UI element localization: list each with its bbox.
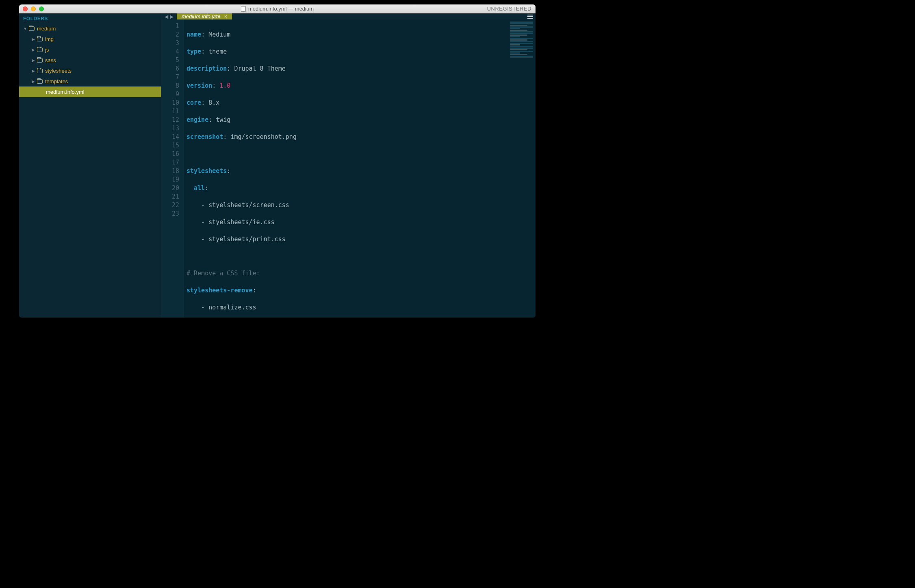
- yaml-value: theme: [208, 48, 227, 55]
- yaml-list-item: - styelsheets/screen.css: [186, 201, 289, 209]
- tree-folder-js[interactable]: ▶ js: [19, 44, 161, 55]
- tree-folder-stylesheets[interactable]: ▶ stylesheets: [19, 65, 161, 76]
- titlebar: medium.info.yml — medium UNREGISTERED: [19, 4, 536, 13]
- nav-back-icon[interactable]: ◀: [165, 14, 168, 19]
- document-icon: [241, 6, 246, 12]
- zoom-window-button[interactable]: [39, 6, 44, 11]
- tree-file-medium-info[interactable]: medium.info.yml: [19, 86, 161, 97]
- nav-forward-icon[interactable]: ▶: [170, 14, 173, 19]
- line-number: 21: [161, 192, 179, 201]
- yaml-value: 8.x: [208, 99, 219, 106]
- line-number: 5: [161, 56, 179, 65]
- line-number: 1: [161, 22, 179, 30]
- yaml-value: Drupal 8 Theme: [234, 65, 285, 72]
- folder-icon: [37, 69, 43, 73]
- line-number: 6: [161, 65, 179, 73]
- folder-label: templates: [45, 78, 68, 84]
- menu-button[interactable]: [525, 13, 536, 19]
- yaml-list-item: - normalize.css: [186, 304, 256, 311]
- chevron-down-icon: ▼: [23, 26, 27, 31]
- minimap[interactable]: [510, 21, 534, 58]
- folder-label: sass: [45, 57, 56, 63]
- tab-label: medium.info.yml: [182, 13, 220, 19]
- yaml-key: name: [186, 31, 201, 38]
- unregistered-label: UNREGISTERED: [487, 6, 531, 12]
- yaml-key: engine: [186, 116, 208, 123]
- editor[interactable]: 1 2 3 4 5 6 7 8 9 10 11 12 13 14 15 16 1: [161, 19, 536, 318]
- editor-area: ◀ ▶ medium.info.yml × 1 2 3 4 5: [161, 13, 536, 318]
- tab-medium-info[interactable]: medium.info.yml ×: [177, 13, 232, 19]
- line-number: 10: [161, 99, 179, 107]
- tab-bar: ◀ ▶ medium.info.yml ×: [161, 13, 536, 19]
- tree-folder-img[interactable]: ▶ img: [19, 34, 161, 44]
- folder-icon: [37, 37, 43, 41]
- folder-label: stylesheets: [45, 68, 72, 74]
- line-number: 8: [161, 82, 179, 90]
- hamburger-icon: [527, 15, 533, 19]
- yaml-comment: # Remove a CSS file:: [186, 270, 260, 277]
- line-number: 7: [161, 73, 179, 82]
- yaml-key: stylesheets-remove: [186, 287, 253, 294]
- line-number: 2: [161, 30, 179, 39]
- folder-tree: ▼ medium ▶ img ▶ js ▶ sass: [19, 23, 161, 97]
- folder-icon: [37, 58, 43, 63]
- line-number: 22: [161, 201, 179, 210]
- window-title: medium.info.yml — medium: [19, 6, 536, 12]
- yaml-value: 1.0: [219, 82, 230, 89]
- yaml-value: twig: [216, 116, 230, 123]
- line-number: 13: [161, 124, 179, 133]
- file-label: medium.info.yml: [46, 89, 85, 95]
- yaml-value: img/screenshot.png: [230, 133, 297, 141]
- minimize-window-button[interactable]: [31, 6, 36, 11]
- yaml-key: version: [186, 82, 212, 89]
- yaml-list-item: - styelsheets/print.css: [186, 236, 286, 243]
- line-number: 17: [161, 158, 179, 167]
- line-number: 4: [161, 48, 179, 56]
- chevron-right-icon: ▶: [31, 69, 35, 73]
- line-number: 9: [161, 90, 179, 99]
- window-title-text: medium.info.yml — medium: [248, 6, 314, 12]
- line-number: 20: [161, 184, 179, 192]
- yaml-key: all: [194, 184, 205, 192]
- folder-label: img: [45, 36, 54, 42]
- line-number: 18: [161, 167, 179, 175]
- yaml-key: stylesheets: [186, 167, 227, 175]
- line-number: 3: [161, 39, 179, 48]
- folders-header: FOLDERS: [19, 13, 161, 23]
- traffic-lights: [23, 6, 44, 11]
- line-number: 12: [161, 116, 179, 124]
- yaml-key: type: [186, 48, 201, 55]
- line-number: 11: [161, 107, 179, 116]
- chevron-right-icon: ▶: [31, 79, 35, 84]
- line-number: 16: [161, 150, 179, 158]
- line-number: 15: [161, 141, 179, 150]
- yaml-key: core: [186, 99, 201, 106]
- yaml-value: Medium: [208, 31, 230, 38]
- tree-folder-sass[interactable]: ▶ sass: [19, 55, 161, 65]
- code-content[interactable]: name: Medium type: theme description: Dr…: [184, 19, 536, 318]
- folder-icon: [37, 79, 43, 84]
- close-window-button[interactable]: [23, 6, 28, 11]
- chevron-right-icon: ▶: [31, 37, 35, 41]
- yaml-key: description: [186, 65, 227, 72]
- yaml-list-item: - styelsheets/ie.css: [186, 218, 275, 226]
- tree-folder-root[interactable]: ▼ medium: [19, 23, 161, 34]
- app-window: medium.info.yml — medium UNREGISTERED FO…: [19, 4, 536, 318]
- tab-history-nav: ◀ ▶: [161, 13, 177, 19]
- chevron-right-icon: ▶: [31, 48, 35, 52]
- chevron-right-icon: ▶: [31, 58, 35, 63]
- line-number: 23: [161, 210, 179, 218]
- gutter: 1 2 3 4 5 6 7 8 9 10 11 12 13 14 15 16 1: [161, 19, 184, 318]
- sidebar: FOLDERS ▼ medium ▶ img ▶ js: [19, 13, 161, 318]
- line-number: 14: [161, 133, 179, 141]
- tabbar-spacer: [232, 13, 525, 19]
- folder-label: js: [45, 47, 49, 53]
- line-number: 19: [161, 175, 179, 184]
- close-icon[interactable]: ×: [224, 13, 228, 19]
- tree-folder-templates[interactable]: ▶ templates: [19, 76, 161, 86]
- yaml-key: screenshot: [186, 133, 223, 141]
- folder-icon: [29, 26, 35, 31]
- window-body: FOLDERS ▼ medium ▶ img ▶ js: [19, 13, 536, 318]
- folder-icon: [37, 48, 43, 52]
- folder-label: medium: [37, 26, 56, 32]
